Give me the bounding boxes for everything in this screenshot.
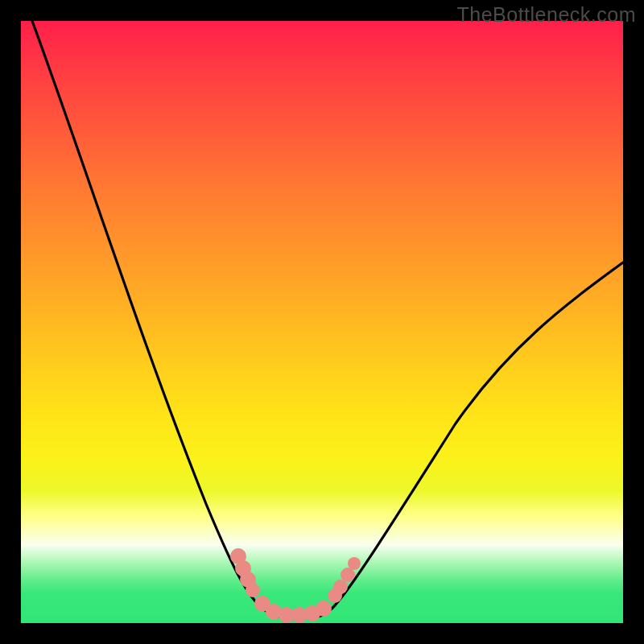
svg-point-3: [246, 583, 260, 597]
marker-cluster-bottom: [254, 596, 332, 623]
chart-frame: TheBottleneck.com: [0, 0, 644, 644]
svg-point-9: [316, 601, 332, 617]
plot-area: [21, 21, 623, 623]
watermark-text: TheBottleneck.com: [457, 3, 637, 27]
curve-layer: [21, 21, 623, 623]
bottleneck-curve: [32, 21, 623, 617]
svg-point-11: [333, 580, 348, 594]
marker-cluster-left: [230, 548, 260, 597]
svg-point-13: [348, 557, 361, 570]
